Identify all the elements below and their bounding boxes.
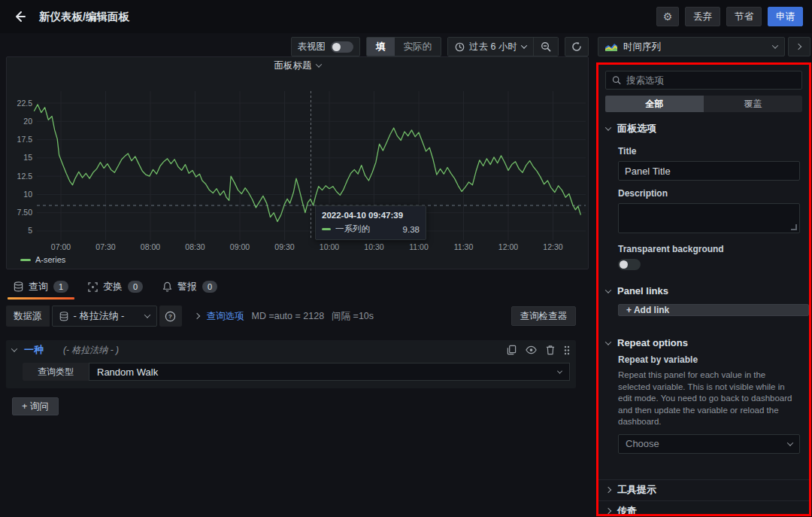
- panel-title-menu[interactable]: 面板标题: [7, 57, 588, 74]
- fit-mode-group: 填 实际的: [366, 37, 441, 56]
- trash-icon: [546, 345, 555, 355]
- tab-transform-badge: 0: [128, 281, 143, 293]
- section-panel-options[interactable]: 面板选项: [598, 112, 809, 138]
- tab-query-badge: 1: [53, 281, 68, 293]
- time-range-label: 过去 6 小时: [469, 41, 517, 53]
- drag-handle-icon[interactable]: [564, 345, 570, 355]
- query-interval: 间隔 =10s: [332, 310, 374, 323]
- query-type-label: 查询类型: [23, 363, 89, 381]
- options-sidebar: 时间序列 全部 覆盖: [596, 33, 812, 517]
- table-view-control[interactable]: 表视图: [291, 37, 361, 56]
- time-range-picker[interactable]: 过去 6 小时: [448, 38, 533, 56]
- datasource-row: 数据源 - 格拉法纳 - ? 查询选项 MD =auto = 2128 间隔 =…: [6, 306, 576, 327]
- timeseries-viz-icon: [605, 42, 617, 51]
- refresh-button[interactable]: [565, 37, 589, 56]
- discard-button[interactable]: 丢弃: [685, 7, 720, 26]
- arrow-left-icon: [13, 10, 26, 23]
- back-button[interactable]: [8, 5, 32, 29]
- tab-alert[interactable]: 警报 0: [155, 275, 225, 300]
- datasource-label: 数据源: [6, 306, 50, 327]
- bell-icon: [162, 281, 172, 292]
- table-view-toggle[interactable]: [331, 41, 353, 53]
- svg-text:07:30: 07:30: [95, 242, 115, 251]
- panel-title-input[interactable]: [618, 161, 800, 181]
- refresh-icon: [571, 41, 582, 52]
- section-tooltip[interactable]: 工具提示: [598, 479, 809, 500]
- svg-text:07:00: 07:00: [51, 242, 71, 251]
- save-button[interactable]: 节省: [726, 7, 762, 26]
- gear-icon: ⚙: [663, 11, 673, 23]
- visualization-picker[interactable]: 时间序列: [598, 37, 785, 56]
- section-legend-label: 传奇: [617, 504, 637, 516]
- repeat-description: Repeat this panel for each value in the …: [618, 370, 800, 428]
- duplicate-query-button[interactable]: [507, 345, 517, 355]
- timeseries-chart[interactable]: 22.52017.51512.5107.50507:0007:3008:0008…: [7, 74, 588, 253]
- description-field-label: Description: [618, 188, 800, 199]
- chevron-down-icon: [605, 287, 611, 293]
- legend-label: A-series: [35, 255, 65, 264]
- query-ref-id[interactable]: 一种: [24, 343, 44, 357]
- svg-text:20: 20: [23, 117, 32, 126]
- collapse-query-icon[interactable]: [11, 345, 17, 351]
- help-circle-icon: ?: [165, 311, 176, 322]
- chevron-right-icon[interactable]: [193, 313, 199, 319]
- svg-text:15: 15: [23, 153, 32, 162]
- tab-all-options[interactable]: 全部: [605, 96, 704, 112]
- section-panel-links[interactable]: Panel links: [598, 273, 809, 300]
- apply-button[interactable]: 申请: [768, 7, 803, 26]
- svg-text:22.5: 22.5: [17, 99, 33, 108]
- tab-transform[interactable]: 变换 0: [80, 275, 150, 300]
- eye-icon: [526, 345, 537, 354]
- tab-query[interactable]: 查询 1: [6, 275, 76, 300]
- query-options-link[interactable]: 查询选项: [207, 310, 244, 323]
- tab-overrides[interactable]: 覆盖: [704, 96, 802, 112]
- svg-text:09:00: 09:00: [230, 242, 250, 251]
- add-link-button[interactable]: + Add link: [618, 304, 809, 316]
- delete-query-button[interactable]: [546, 345, 555, 355]
- options-search-input[interactable]: [626, 75, 795, 86]
- repeat-variable-select[interactable]: Choose: [618, 434, 800, 454]
- query-type-select[interactable]: Random Walk: [89, 363, 570, 381]
- chart-legend[interactable]: A-series: [20, 255, 65, 264]
- tooltip-time: 2022-04-10 09:47:39: [322, 211, 420, 220]
- fill-option[interactable]: 填: [367, 38, 395, 56]
- section-legend[interactable]: 传奇: [598, 500, 809, 516]
- section-tooltip-label: 工具提示: [617, 483, 656, 497]
- transparent-bg-label: Transparent background: [618, 244, 800, 254]
- tooltip-value: 9.38: [403, 225, 420, 234]
- svg-text:10:00: 10:00: [320, 242, 339, 251]
- zoom-out-icon: [541, 41, 551, 52]
- svg-text:08:00: 08:00: [141, 242, 160, 251]
- repeat-variable-value: Choose: [626, 438, 659, 449]
- copy-icon: [507, 345, 517, 355]
- chevron-right-icon: [605, 508, 611, 514]
- chevron-down-icon: [605, 124, 611, 130]
- datasource-select[interactable]: - 格拉法纳 -: [52, 306, 157, 327]
- section-repeat-options[interactable]: Repeat options: [598, 318, 809, 351]
- add-query-button[interactable]: + 询问: [12, 397, 59, 415]
- time-controls: 过去 6 小时: [447, 37, 559, 56]
- tooltip-series-name: 一系列的: [335, 224, 370, 235]
- title-field-label: Title: [618, 146, 800, 157]
- query-editor-card: 一种 (- 格拉法纳 - ): [6, 340, 576, 388]
- svg-text:09:30: 09:30: [274, 242, 294, 251]
- transparent-bg-toggle[interactable]: [618, 259, 641, 270]
- query-row-datasource: (- 格拉法纳 - ): [63, 344, 119, 357]
- options-search[interactable]: [605, 71, 802, 90]
- chevron-down-icon: [521, 42, 527, 48]
- resize-grip-icon[interactable]: [791, 224, 797, 230]
- query-inspector-button[interactable]: 查询检查器: [511, 306, 577, 326]
- chevron-down-icon: [144, 312, 150, 318]
- viz-type-label: 时间序列: [623, 41, 661, 53]
- datasource-help-button[interactable]: ?: [159, 306, 182, 327]
- tab-alert-badge: 0: [202, 281, 217, 293]
- description-textarea[interactable]: [618, 203, 800, 233]
- collapse-options-button[interactable]: [788, 37, 810, 56]
- actual-option[interactable]: 实际的: [395, 38, 441, 56]
- svg-text:10:30: 10:30: [364, 242, 383, 251]
- hide-query-button[interactable]: [526, 345, 537, 354]
- zoom-out-button[interactable]: [533, 38, 558, 56]
- settings-button[interactable]: ⚙: [656, 7, 679, 26]
- collapsed-sections: 工具提示 传奇 图表样式 轴 标准选项: [598, 479, 809, 516]
- svg-text:10: 10: [23, 190, 32, 199]
